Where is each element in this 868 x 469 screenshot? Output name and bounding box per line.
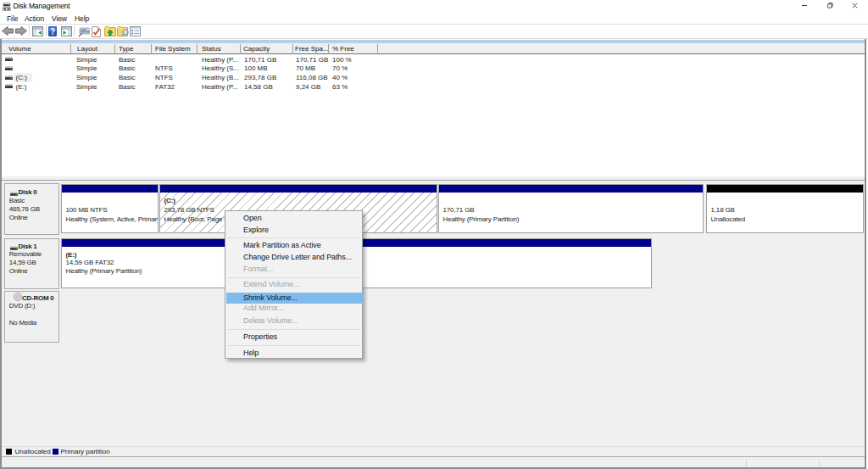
svg-text:?: ? [50,27,55,36]
